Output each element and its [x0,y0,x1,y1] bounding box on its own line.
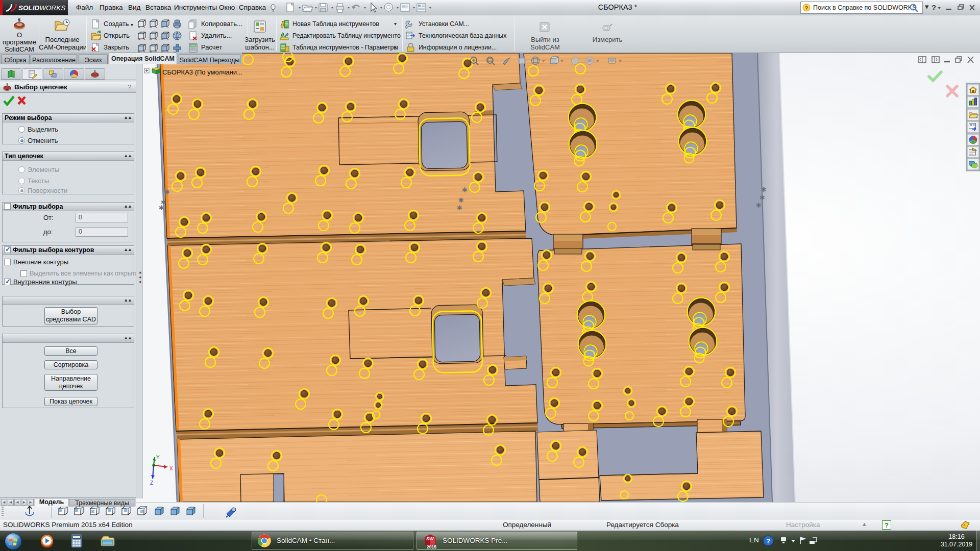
svg-text:SOLIDWORKS: SOLIDWORKS [18,4,65,12]
svg-text:✱: ✱ [458,196,464,204]
svg-text:✱: ✱ [159,204,164,212]
svg-text:?: ? [932,3,936,12]
svg-text:✱: ✱ [462,186,468,194]
svg-text:Z: Z [150,480,153,486]
svg-text:✱: ✱ [756,202,762,209]
svg-text:✱: ✱ [761,186,767,193]
svg-text:SW: SW [426,536,434,541]
svg-text:?: ? [805,5,808,11]
svg-text:СБОРКА3 (По умолчани...: СБОРКА3 (По умолчани... [162,68,242,76]
svg-text:X: X [169,466,173,471]
svg-text:✱: ✱ [760,194,765,202]
svg-text:2015: 2015 [427,544,436,549]
svg-text:✱: ✱ [164,188,170,196]
svg-text:?: ? [766,537,770,545]
svg-text:✱: ✱ [457,204,462,212]
svg-text:Y: Y [156,455,160,460]
